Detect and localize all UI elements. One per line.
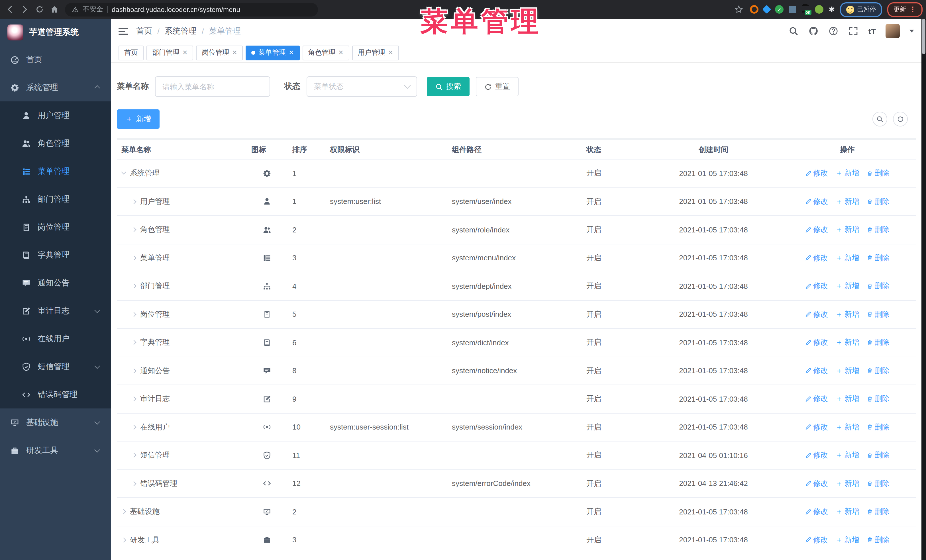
edit-link[interactable]: 修改 xyxy=(805,422,828,432)
github-icon[interactable] xyxy=(809,26,819,36)
close-tab-icon[interactable]: ✕ xyxy=(289,50,294,56)
edit-link[interactable]: 修改 xyxy=(805,225,828,235)
search-icon[interactable] xyxy=(789,26,799,36)
edit-link[interactable]: 修改 xyxy=(805,309,828,320)
sidebar-item-dashboard[interactable]: 首页 xyxy=(0,45,111,74)
expand-row-icon[interactable] xyxy=(132,312,136,317)
sidebar-item-tree[interactable]: 部门管理 xyxy=(0,185,111,213)
sidebar-item-gear[interactable]: 系统管理 xyxy=(0,74,111,101)
close-tab-icon[interactable]: ✕ xyxy=(338,50,343,56)
reload-icon[interactable] xyxy=(33,3,45,16)
expand-row-icon[interactable] xyxy=(132,228,136,232)
add-link[interactable]: ＋新增 xyxy=(835,309,859,320)
add-link[interactable]: ＋新增 xyxy=(835,450,859,460)
page-scrollbar[interactable] xyxy=(921,19,926,560)
back-icon[interactable] xyxy=(3,3,16,16)
extension-icon[interactable] xyxy=(815,5,823,14)
add-link[interactable]: ＋新增 xyxy=(835,196,859,207)
sidebar-item-book[interactable]: 字典管理 xyxy=(0,241,111,269)
app-logo[interactable]: 芋道管理系统 xyxy=(0,19,111,45)
expand-row-icon[interactable] xyxy=(132,199,136,204)
edit-link[interactable]: 修改 xyxy=(805,366,828,376)
expand-row-icon[interactable] xyxy=(121,538,126,542)
paused-extension-badge[interactable]: 已暂停 xyxy=(840,2,882,17)
expand-row-icon[interactable] xyxy=(132,368,136,373)
tab-岗位管理[interactable]: 岗位管理 ✕ xyxy=(196,45,243,60)
expand-row-icon[interactable] xyxy=(132,397,136,402)
tab-角色管理[interactable]: 角色管理 ✕ xyxy=(302,45,349,60)
delete-link[interactable]: 删除 xyxy=(867,225,890,235)
sidebar-item-monitor[interactable]: 基础设施 xyxy=(0,409,111,436)
reset-button[interactable]: 重置 xyxy=(476,77,519,96)
browser-update-button[interactable]: 更新 ⋮ xyxy=(887,2,923,17)
expand-row-icon[interactable] xyxy=(132,425,136,430)
add-link[interactable]: ＋新增 xyxy=(835,168,859,179)
toggle-search-button[interactable] xyxy=(872,112,887,127)
chevron-down-icon[interactable] xyxy=(909,30,914,32)
sidebar-item-online[interactable]: 在线用户 xyxy=(0,325,111,353)
search-button[interactable]: 搜索 xyxy=(427,77,469,96)
close-tab-icon[interactable]: ✕ xyxy=(232,50,237,56)
add-link[interactable]: ＋新增 xyxy=(835,225,859,235)
scrollbar-thumb[interactable] xyxy=(922,19,925,54)
extension-on-icon[interactable]: on xyxy=(801,5,810,14)
sidebar-item-badge[interactable]: 岗位管理 xyxy=(0,213,111,241)
delete-link[interactable]: 删除 xyxy=(867,422,890,432)
add-button[interactable]: ＋ 新增 xyxy=(117,109,160,129)
edit-link[interactable]: 修改 xyxy=(805,281,828,291)
sidebar-item-edit[interactable]: 审计日志 xyxy=(0,297,111,325)
add-link[interactable]: ＋新增 xyxy=(835,366,859,376)
sidebar-item-toolbox[interactable]: 研发工具 xyxy=(0,436,111,464)
expand-row-icon[interactable] xyxy=(132,482,136,486)
delete-link[interactable]: 删除 xyxy=(867,309,890,320)
edit-link[interactable]: 修改 xyxy=(805,478,828,489)
edit-link[interactable]: 修改 xyxy=(805,253,828,263)
edit-link[interactable]: 修改 xyxy=(805,507,828,517)
sidebar-item-users[interactable]: 角色管理 xyxy=(0,129,111,157)
delete-link[interactable]: 删除 xyxy=(867,450,890,460)
delete-link[interactable]: 删除 xyxy=(867,478,890,489)
edit-link[interactable]: 修改 xyxy=(805,338,828,348)
delete-link[interactable]: 删除 xyxy=(867,168,890,179)
expand-row-icon[interactable] xyxy=(132,453,136,458)
add-link[interactable]: ＋新增 xyxy=(835,478,859,489)
sidebar-item-message[interactable]: 通知公告 xyxy=(0,269,111,297)
delete-link[interactable]: 删除 xyxy=(867,338,890,348)
delete-link[interactable]: 删除 xyxy=(867,281,890,291)
tab-菜单管理[interactable]: 菜单管理 ✕ xyxy=(246,45,300,60)
delete-link[interactable]: 删除 xyxy=(867,507,890,517)
delete-link[interactable]: 删除 xyxy=(867,394,890,404)
delete-link[interactable]: 删除 xyxy=(867,253,890,263)
edit-link[interactable]: 修改 xyxy=(805,450,828,460)
expand-row-icon[interactable] xyxy=(132,284,136,288)
delete-link[interactable]: 删除 xyxy=(867,196,890,207)
url-bar[interactable]: 不安全 dashboard.yudao.iocoder.cn/system/me… xyxy=(65,3,318,16)
help-icon[interactable] xyxy=(829,26,839,36)
sidebar-item-code[interactable]: 错误码管理 xyxy=(0,380,111,409)
extension-icon[interactable] xyxy=(789,6,796,13)
avatar[interactable] xyxy=(885,24,900,38)
extension-icon[interactable] xyxy=(750,5,758,14)
extension-check-icon[interactable]: ✓ xyxy=(775,5,784,14)
edit-link[interactable]: 修改 xyxy=(805,196,828,207)
refresh-table-button[interactable] xyxy=(893,112,908,127)
edit-link[interactable]: 修改 xyxy=(805,168,828,179)
bookmark-star-icon[interactable] xyxy=(732,3,745,16)
tab-用户管理[interactable]: 用户管理 ✕ xyxy=(352,45,399,60)
extensions-puzzle-icon[interactable]: ✱ xyxy=(829,6,835,13)
add-link[interactable]: ＋新增 xyxy=(835,507,859,517)
expand-row-icon[interactable] xyxy=(121,171,126,176)
text-size-icon[interactable]: tT xyxy=(869,27,876,36)
status-select[interactable]: 菜单状态 xyxy=(307,76,417,97)
forward-icon[interactable] xyxy=(18,3,31,16)
add-link[interactable]: ＋新增 xyxy=(835,535,859,545)
sidebar-item-user[interactable]: 用户管理 xyxy=(0,101,111,129)
expand-row-icon[interactable] xyxy=(132,340,136,345)
edit-link[interactable]: 修改 xyxy=(805,535,828,545)
breadcrumb-home[interactable]: 首页 xyxy=(136,26,152,36)
sidebar-item-menu[interactable]: 菜单管理 xyxy=(0,157,111,185)
add-link[interactable]: ＋新增 xyxy=(835,394,859,404)
tab-首页[interactable]: 首页 ✕ xyxy=(118,45,144,60)
close-tab-icon[interactable]: ✕ xyxy=(388,50,393,56)
close-tab-icon[interactable]: ✕ xyxy=(182,50,188,56)
